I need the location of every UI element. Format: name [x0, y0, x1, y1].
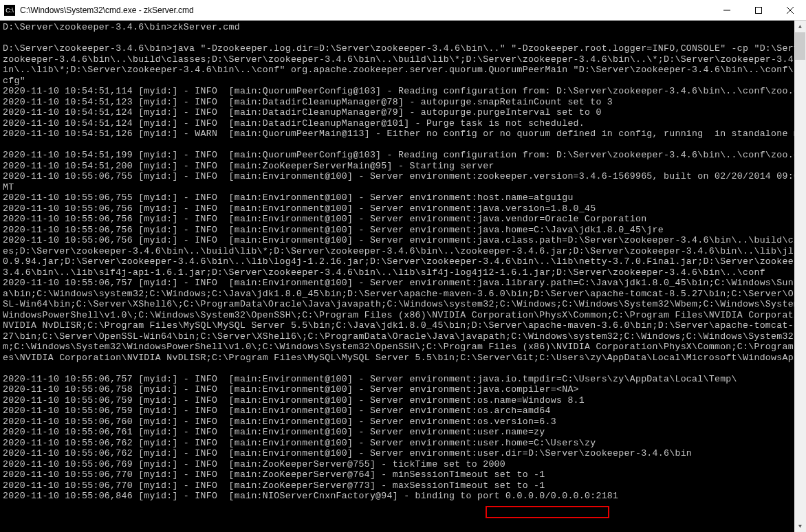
minimize-button[interactable]	[711, 0, 743, 21]
window-controls	[711, 0, 806, 21]
svg-rect-1	[756, 7, 762, 13]
close-button[interactable]	[774, 0, 806, 21]
cmd-icon: C:\	[4, 5, 15, 16]
maximize-button[interactable]	[743, 0, 774, 21]
vertical-scrollbar[interactable]: ▲ ▼	[794, 21, 806, 532]
terminal-output[interactable]: D:\Server\zookeeper-3.4.6\bin>zkServer.c…	[0, 21, 806, 532]
scroll-thumb[interactable]	[795, 32, 805, 60]
scroll-up-arrow[interactable]: ▲	[794, 21, 806, 32]
window-titlebar: C:\ C:\Windows\System32\cmd.exe - zkServ…	[0, 0, 806, 21]
scroll-down-arrow[interactable]: ▼	[794, 520, 806, 532]
window-title: C:\Windows\System32\cmd.exe - zkServer.c…	[20, 5, 711, 15]
